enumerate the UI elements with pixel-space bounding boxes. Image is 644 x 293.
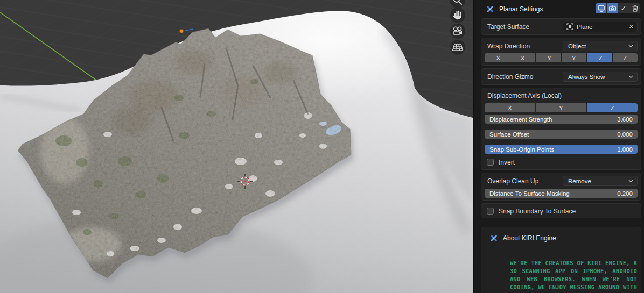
pan-icon[interactable] <box>450 8 465 23</box>
target-surface-label: Target Surface <box>485 23 563 31</box>
overlap-cleanup-box: Overlap Clean Up Remove Distance To Surf… <box>481 173 641 201</box>
wrap-axis-button-neg-x[interactable]: -X <box>485 53 510 62</box>
wrap-axis-button-z[interactable]: Z <box>613 53 638 62</box>
clear-target-button[interactable]: ✕ <box>629 24 634 30</box>
wrap-direction-value: Object <box>568 43 628 49</box>
target-surface-field[interactable]: Plane ✕ <box>563 22 638 32</box>
direction-gizmo-box: Direction Gizmo Always Show <box>481 68 641 85</box>
displacement-axis-group: X Y Z <box>485 103 638 112</box>
snap-sub-origin-slider[interactable]: Snap Sub-Origin Points 1.000 <box>485 145 638 154</box>
wrap-axis-group: -X X -Y Y -Z Z <box>485 53 638 62</box>
about-header[interactable]: About KIRI Engine <box>485 232 638 245</box>
displacement-axis-label: Displacement Axis (Local) <box>485 90 638 102</box>
overlap-cleanup-value: Remove <box>568 178 628 184</box>
blender-window: Planar Settings <box>0 0 644 293</box>
trash-icon <box>632 5 638 12</box>
snapshot-button[interactable] <box>606 3 618 13</box>
planar-settings-header[interactable]: Planar Settings <box>481 3 641 16</box>
target-surface-box: Target Surface Plane ✕ <box>481 18 641 35</box>
direction-gizmo-dropdown[interactable]: Always Show <box>563 72 638 82</box>
apply-button[interactable]: ✓ <box>618 3 629 13</box>
target-surface-value: Plane <box>577 24 626 30</box>
about-panel: About KIRI Engine WE'RE THE CREATORS OF … <box>481 227 641 293</box>
chevron-down-icon <box>628 45 633 48</box>
chevron-down-icon <box>628 180 633 183</box>
about-title: About KIRI Engine <box>503 234 556 242</box>
check-icon: ✓ <box>621 5 627 12</box>
panel-title: Planar Settings <box>499 5 543 13</box>
header-icon-group: ✓ <box>596 3 640 13</box>
kiri-icon <box>486 5 494 13</box>
disp-axis-button-x[interactable]: X <box>485 103 535 112</box>
wrap-direction-label: Wrap Direction <box>485 42 563 50</box>
surface-offset-value: 0.000 <box>617 131 633 138</box>
disp-axis-button-z[interactable]: Z <box>587 103 638 112</box>
wrap-axis-button-neg-z[interactable]: -Z <box>587 53 612 62</box>
invert-checkbox[interactable] <box>487 159 494 166</box>
invert-label: Invert <box>499 159 515 166</box>
viewport-canvas <box>0 0 473 293</box>
direction-gizmo-label: Direction Gizmo <box>485 73 563 81</box>
chevron-down-icon <box>628 75 633 78</box>
snap-sub-origin-value: 1.000 <box>617 146 633 153</box>
camera-view-icon[interactable] <box>450 24 465 39</box>
wrap-direction-dropdown[interactable]: Object <box>563 41 638 51</box>
camera-icon <box>609 5 616 11</box>
snap-boundary-label: Snap Boundary To Surface <box>499 208 576 215</box>
delete-button[interactable] <box>629 3 640 13</box>
disp-axis-button-y[interactable]: Y <box>536 103 586 112</box>
wrap-axis-button-x[interactable]: X <box>510 53 536 62</box>
kiri-icon <box>489 234 498 242</box>
panel-planar-settings: Planar Settings <box>473 0 644 293</box>
snap-boundary-box: Snap Boundary To Surface <box>481 203 641 218</box>
direction-gizmo-value: Always Show <box>568 74 628 80</box>
displacement-strength-value: 3.600 <box>617 116 633 123</box>
surface-offset-slider[interactable]: Surface Offset 0.000 <box>485 130 638 139</box>
3d-viewport[interactable] <box>0 0 473 293</box>
about-body: WE'RE THE CREATORS OF KIRI ENGINE, A 3D … <box>510 259 637 293</box>
toggle-grid-icon[interactable] <box>450 40 465 55</box>
distance-masking-value: 0.200 <box>617 190 633 197</box>
displacement-strength-slider[interactable]: Displacement Strength 3.600 <box>485 115 638 124</box>
display-mode-button[interactable] <box>596 3 606 13</box>
overlap-cleanup-dropdown[interactable]: Remove <box>563 176 638 186</box>
distance-masking-slider[interactable]: Distance To Surface Masking 0.200 <box>485 189 638 198</box>
overlap-cleanup-label: Overlap Clean Up <box>485 177 563 185</box>
wrap-direction-box: Wrap Direction Object -X X -Y Y -Z Z <box>481 38 641 66</box>
displacement-box: Displacement Axis (Local) X Y Z Displace… <box>481 88 641 170</box>
wrap-axis-button-y[interactable]: Y <box>562 53 587 62</box>
object-data-icon <box>566 23 573 30</box>
wrap-axis-button-neg-y[interactable]: -Y <box>536 53 561 62</box>
monitor-icon <box>598 5 605 12</box>
snap-boundary-checkbox[interactable] <box>487 208 494 215</box>
